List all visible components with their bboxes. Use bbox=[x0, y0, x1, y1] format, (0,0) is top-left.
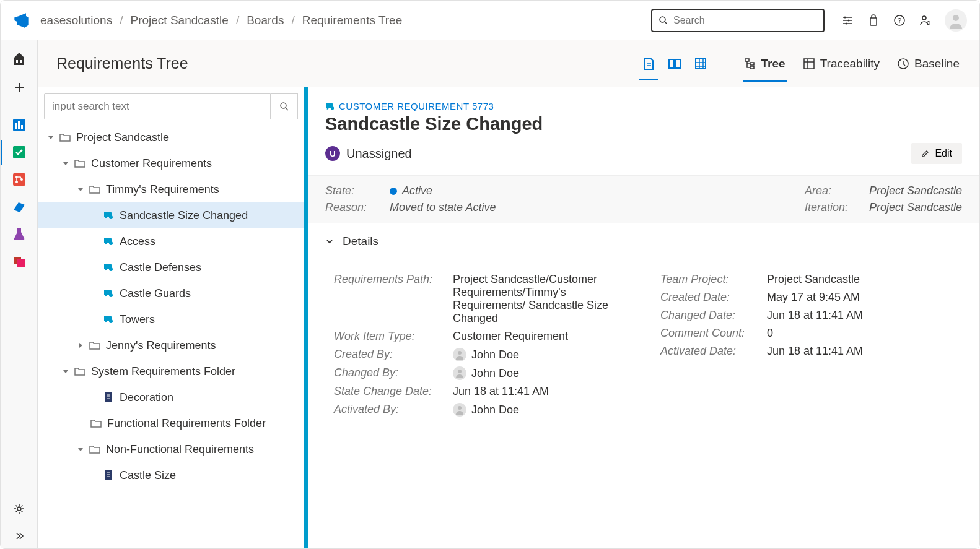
svg-point-47 bbox=[331, 106, 334, 110]
settings-person-icon[interactable] bbox=[919, 14, 932, 27]
view-grid-icon[interactable] bbox=[694, 57, 707, 71]
svg-marker-45 bbox=[78, 448, 83, 451]
breadcrumb-item-3[interactable]: Requirements Tree bbox=[302, 14, 403, 27]
tree-node-castle-guards[interactable]: Castle Guards bbox=[38, 280, 304, 306]
chevron-down-icon[interactable] bbox=[75, 184, 86, 195]
tab-traceability[interactable]: Traceability bbox=[802, 57, 881, 71]
rail-overview-icon[interactable] bbox=[7, 113, 32, 137]
breadcrumb-item-0[interactable]: easesolutions bbox=[40, 14, 112, 27]
shopping-bag-icon[interactable] bbox=[867, 14, 880, 27]
tree-search-button[interactable] bbox=[271, 93, 298, 119]
svg-rect-15 bbox=[15, 123, 17, 129]
svg-point-50 bbox=[458, 406, 462, 410]
tree-node-decoration[interactable]: Decoration bbox=[38, 384, 304, 410]
chevron-down-icon[interactable] bbox=[60, 366, 71, 377]
rail-expand-icon[interactable] bbox=[7, 524, 32, 548]
search-input[interactable] bbox=[673, 15, 817, 26]
chevron-down-icon[interactable] bbox=[60, 158, 71, 169]
chevron-down-icon[interactable] bbox=[45, 132, 56, 143]
help-icon[interactable]: ? bbox=[893, 14, 906, 27]
global-search[interactable] bbox=[651, 9, 825, 32]
work-item-type-label[interactable]: CUSTOMER REQUIREMENT 5773 bbox=[325, 101, 962, 111]
chat-icon bbox=[102, 261, 115, 274]
tree-node-towers[interactable]: Towers bbox=[38, 306, 304, 332]
rail-artifacts-icon[interactable] bbox=[7, 249, 32, 274]
breadcrumb-item-2[interactable]: Boards bbox=[247, 14, 284, 27]
assignee-field[interactable]: Unassigned bbox=[346, 147, 412, 161]
svg-point-40 bbox=[109, 293, 113, 297]
tree-node-sandcastle-size[interactable]: Sandcastle Size Changed bbox=[38, 202, 304, 228]
person-avatar-icon bbox=[453, 348, 466, 361]
svg-point-37 bbox=[109, 215, 113, 219]
search-icon bbox=[658, 15, 668, 25]
rail-settings-icon[interactable] bbox=[7, 496, 32, 521]
svg-marker-42 bbox=[79, 343, 82, 348]
details-section-toggle[interactable]: Details bbox=[325, 235, 962, 248]
svg-point-39 bbox=[109, 267, 113, 271]
rail-project-icon[interactable] bbox=[7, 48, 32, 72]
svg-point-2 bbox=[844, 16, 846, 18]
rail-repos-icon[interactable] bbox=[7, 167, 32, 192]
rail-testplans-icon[interactable] bbox=[7, 222, 32, 246]
folder-open-icon bbox=[59, 131, 71, 144]
view-book-icon[interactable] bbox=[668, 57, 681, 71]
baseline-icon bbox=[897, 58, 909, 70]
tab-baseline[interactable]: Baseline bbox=[896, 57, 961, 71]
svg-rect-17 bbox=[21, 125, 23, 129]
chat-icon bbox=[102, 313, 115, 326]
chevron-right-icon[interactable] bbox=[75, 340, 86, 351]
svg-rect-10 bbox=[14, 58, 24, 65]
tree-node-nonfunc[interactable]: Non-Functional Requirements bbox=[38, 436, 304, 462]
svg-marker-34 bbox=[48, 136, 53, 139]
svg-point-4 bbox=[846, 22, 847, 24]
tree-panel: Project Sandcastle Customer Requirements bbox=[38, 87, 304, 548]
tree-node-func-folder[interactable]: Functional Requirements Folder bbox=[38, 410, 304, 436]
rail-pipelines-icon[interactable] bbox=[7, 194, 32, 219]
tree-node-castle-defenses[interactable]: Castle Defenses bbox=[38, 254, 304, 280]
svg-marker-35 bbox=[63, 162, 68, 165]
chat-icon bbox=[102, 287, 115, 300]
titlebar: Requirements Tree Tree Traceability bbox=[38, 40, 979, 87]
reason-label: Reason: bbox=[325, 201, 375, 214]
unassigned-badge-icon: U bbox=[325, 146, 340, 161]
tree-node-system-folder[interactable]: System Requirements Folder bbox=[38, 358, 304, 384]
tree-search-input[interactable] bbox=[44, 93, 271, 119]
rail-add-icon[interactable] bbox=[7, 75, 32, 100]
user-avatar[interactable] bbox=[945, 9, 967, 32]
svg-rect-46 bbox=[105, 470, 112, 480]
rail-boards-icon[interactable] bbox=[7, 140, 32, 165]
iteration-label: Iteration: bbox=[805, 201, 854, 214]
page-title: Requirements Tree bbox=[56, 54, 642, 72]
chevron-down-icon[interactable] bbox=[75, 444, 86, 455]
person-avatar-icon bbox=[453, 366, 466, 380]
chevron-down-icon bbox=[325, 237, 334, 246]
tree-node-timmy[interactable]: Timmy's Requirements bbox=[38, 176, 304, 202]
tree-node-root[interactable]: Project Sandcastle bbox=[38, 124, 304, 150]
folder-open-icon bbox=[74, 365, 86, 378]
svg-point-7 bbox=[922, 16, 926, 20]
document-icon bbox=[102, 391, 115, 404]
status-bar: State: Active Reason: Moved to state Act… bbox=[308, 175, 979, 223]
tab-tree[interactable]: Tree bbox=[743, 57, 787, 71]
folder-icon bbox=[89, 339, 101, 352]
svg-point-49 bbox=[458, 370, 462, 373]
breadcrumb-item-1[interactable]: Project Sandcastle bbox=[130, 14, 228, 27]
svg-point-41 bbox=[109, 319, 113, 323]
svg-point-21 bbox=[15, 181, 18, 183]
area-label: Area: bbox=[805, 184, 854, 197]
tree-node-jenny[interactable]: Jenny's Requirements bbox=[38, 332, 304, 358]
breadcrumb: easesolutions / Project Sandcastle / Boa… bbox=[40, 14, 641, 27]
svg-point-38 bbox=[109, 241, 113, 245]
tree-node-castle-size[interactable]: Castle Size bbox=[38, 462, 304, 488]
azure-devops-logo-icon[interactable] bbox=[13, 12, 30, 29]
svg-line-1 bbox=[665, 22, 667, 24]
view-document-icon[interactable] bbox=[642, 57, 655, 71]
svg-marker-11 bbox=[14, 53, 24, 58]
svg-text:?: ? bbox=[898, 17, 901, 24]
chat-icon bbox=[102, 209, 115, 222]
tree-node-access[interactable]: Access bbox=[38, 228, 304, 254]
edit-button[interactable]: Edit bbox=[911, 143, 962, 164]
filter-icon[interactable] bbox=[841, 14, 854, 27]
tree-node-customer-req[interactable]: Customer Requirements bbox=[38, 150, 304, 176]
svg-rect-13 bbox=[20, 60, 22, 63]
